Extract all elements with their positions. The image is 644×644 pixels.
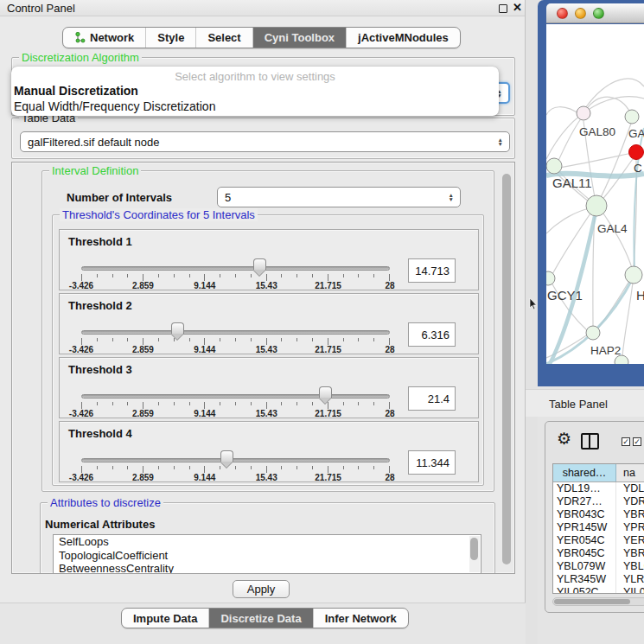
tab-cyni-toolbox-label: Cyni Toolbox (265, 31, 335, 44)
threshold-1-slider-track[interactable] (81, 266, 390, 271)
scale-label: 28 (385, 409, 394, 418)
table-horizontal-scrollbar[interactable] (552, 597, 644, 606)
threshold-4-slider-thumb[interactable] (220, 450, 233, 462)
threshold-3-label: Threshold 3 (68, 363, 132, 376)
node-gcy1[interactable] (546, 271, 555, 285)
node-right-mid[interactable] (625, 266, 642, 284)
threshold-1-value-field[interactable]: 14.713 (408, 258, 456, 283)
mouse-cursor (529, 298, 538, 310)
threshold-2-slider-track[interactable] (81, 330, 390, 335)
close-icon[interactable]: ✕ (513, 1, 522, 14)
apply-button[interactable]: Apply (233, 580, 290, 598)
threshold-1-panel: Threshold 1 -3.426 2.859 9.144 15.43 21.… (59, 229, 479, 290)
threshold-2-slider-thumb[interactable] (171, 322, 184, 334)
threshold-4-slider-track[interactable] (81, 458, 390, 462)
column-header-name[interactable]: na (616, 464, 644, 481)
minimize-traffic-light-icon[interactable] (575, 8, 586, 19)
settings-panel-scrollbar[interactable] (501, 167, 512, 571)
node-top-right[interactable] (625, 110, 639, 124)
scale-label: 9.144 (194, 473, 215, 482)
threshold-4-scale-labels: -3.426 2.859 9.144 15.43 21.715 28 (81, 473, 390, 482)
numerical-attributes-list[interactable]: SelfLoops TopologicalCoefficient Between… (53, 534, 481, 574)
table-row[interactable]: YLR345WYLR3 (553, 573, 644, 586)
threshold-3-slider-track[interactable] (81, 394, 390, 399)
threshold-2-value-field[interactable]: 6.316 (408, 322, 456, 347)
tab-infer-network[interactable]: Infer Network (313, 609, 408, 628)
table-row[interactable]: YDL19…YDL1 (553, 482, 644, 495)
list-item[interactable]: SelfLoops (54, 535, 481, 549)
node-label-partial-mid-right: H (636, 288, 644, 303)
tab-cyni-toolbox[interactable]: Cyni Toolbox (252, 28, 346, 48)
interval-definition-title: Interval Definition (49, 164, 141, 177)
table-row[interactable]: YIL052CYIL0 (553, 586, 644, 593)
list-item[interactable]: TopologicalCoefficient (54, 549, 481, 563)
cell: YBL0 (616, 560, 644, 573)
table-row[interactable]: YBL079WYBL0 (553, 560, 644, 573)
threshold-4-value-field[interactable]: 11.344 (408, 450, 456, 475)
threshold-4-label: Threshold 4 (68, 427, 132, 440)
tab-network[interactable]: Network (63, 28, 145, 48)
table-row[interactable]: YBR043CYBR0 (553, 508, 644, 521)
zoom-traffic-light-icon[interactable] (593, 8, 604, 19)
tab-infer-network-label: Infer Network (325, 612, 397, 625)
tab-style-label: Style (157, 31, 184, 44)
number-of-intervals-combobox[interactable]: 5 ▲▼ (217, 187, 461, 207)
float-window-icon[interactable] (499, 4, 507, 13)
threshold-1-slider-thumb[interactable] (253, 258, 266, 270)
table-row[interactable]: YPR145WYPR1 (553, 521, 644, 534)
threshold-3-tick-marks (81, 402, 390, 409)
cell: YBR045C (553, 547, 616, 560)
threshold-3-slider-thumb[interactable] (319, 386, 332, 398)
table-rows: YDL19…YDL1 YDR27…YDR2 YBR043CYBR0 YPR145… (553, 482, 644, 593)
node-gal80[interactable] (577, 106, 590, 120)
scrollbar-thumb[interactable] (502, 174, 511, 564)
checkbox-icon[interactable]: ✓ (622, 437, 630, 446)
node-label-gcy1: GCY1 (547, 288, 583, 303)
close-traffic-light-icon[interactable] (557, 8, 568, 19)
scale-label: 21.715 (315, 345, 341, 354)
threshold-1-scale-labels: -3.426 2.859 9.144 15.43 21.715 28 (81, 281, 390, 290)
node-gal11[interactable] (546, 158, 562, 174)
number-of-intervals-value: 5 (225, 191, 231, 204)
cell: YDR2 (616, 495, 644, 508)
scale-label: 28 (385, 281, 394, 290)
cell: YDL19… (553, 482, 616, 495)
scale-label: -3.426 (69, 409, 93, 418)
combo-arrows-icon: ▲▼ (449, 193, 454, 201)
scale-label: 9.144 (194, 281, 215, 290)
tab-style[interactable]: Style (145, 28, 195, 48)
tab-impute-data[interactable]: Impute Data (122, 609, 208, 628)
attributes-list-scrollbar[interactable] (469, 536, 480, 572)
tab-select[interactable]: Select (195, 28, 252, 48)
screen: Control Panel ✕ Network Style Select Cyn… (0, 0, 644, 644)
scrollbar-thumb[interactable] (554, 599, 630, 604)
algorithm-option-manual[interactable]: Manual Discretization (11, 83, 499, 99)
table-row[interactable]: YBR045CYBR0 (553, 547, 644, 560)
node-hap2[interactable] (586, 326, 600, 340)
cell: YER054C (553, 534, 616, 547)
scale-label: 21.715 (315, 281, 341, 290)
node-selected-red[interactable] (629, 145, 644, 160)
table-data-combobox[interactable]: galFiltered.sif default node ▲▼ (20, 131, 510, 152)
node-gal4[interactable] (586, 195, 607, 216)
gear-icon[interactable]: ⚙ (557, 429, 571, 449)
threshold-2-tick-marks (81, 338, 390, 345)
table-row[interactable]: YDR27…YDR2 (553, 495, 644, 508)
network-canvas[interactable]: GAL80 GA C GAL11 GAL4 GCY1 H HAP2 (546, 24, 644, 364)
tab-jactivemnodules[interactable]: jActiveMNodules (346, 28, 460, 48)
table-row[interactable]: YER054CYER0 (553, 534, 644, 547)
threshold-1-tick-marks (81, 274, 390, 281)
table-data-group: Table Data galFiltered.sif default node … (11, 118, 515, 159)
network-labels: GAL80 GA C GAL11 GAL4 GCY1 H HAP2 (547, 125, 644, 357)
list-item[interactable]: BetweennessCentrality (54, 562, 481, 574)
tab-jactivemnodules-label: jActiveMNodules (358, 31, 449, 44)
tab-discretize-data[interactable]: Discretize Data (208, 609, 312, 628)
algorithm-option-equal-width[interactable]: Equal Width/Frequency Discretization (11, 99, 499, 114)
cell: YBR0 (616, 547, 644, 560)
column-header-shared-name[interactable]: shared… (553, 464, 616, 481)
checkbox-icon[interactable]: ✓ (633, 437, 641, 446)
scale-label: 15.43 (256, 409, 277, 418)
split-columns-icon[interactable] (581, 433, 599, 450)
threshold-3-value-field[interactable]: 21.4 (408, 386, 456, 411)
scale-label: -3.426 (69, 473, 93, 482)
